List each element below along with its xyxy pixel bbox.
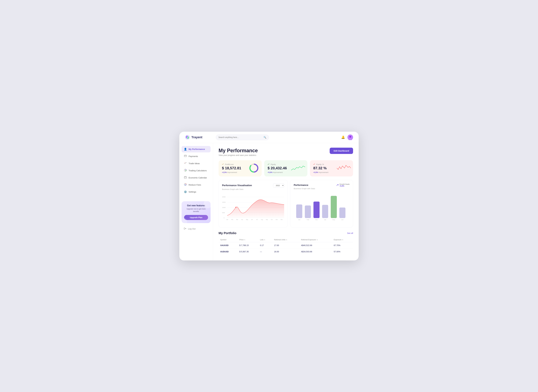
sidebar-label-reduce-fees: Reduce Fees [189, 184, 201, 186]
table-row: AUDUSD $ 5,567.35 — 16.00 A$34,503.66 57… [219, 248, 353, 255]
svg-text:Feb: Feb [307, 219, 309, 220]
search-bar: 🔍 [216, 135, 269, 140]
svg-text:0: 0 [224, 217, 224, 219]
svg-text:Apr: Apr [241, 219, 243, 220]
col-notional-units[interactable]: Notional Units⇅ [272, 237, 299, 242]
economic-calendar-icon [184, 176, 187, 179]
svg-text:15000: 15000 [222, 201, 226, 203]
portfolio-title: My Portfolio [219, 231, 236, 235]
content-area: My Performance View your progress and sa… [213, 143, 359, 261]
sidebar-label-trading-calculators: Trading Calculators [189, 169, 207, 172]
svg-point-10 [185, 163, 185, 163]
svg-text:Jan: Jan [298, 219, 300, 220]
sidebar: 👤 My Performance Payments [179, 143, 213, 261]
svg-text:May: May [246, 219, 248, 220]
bar-chart-card: Performance Growth Goals +6,9% Business … [290, 180, 353, 227]
col-notional-exposure[interactable]: Notional Exposure⇅ [299, 237, 332, 242]
svg-text:Jan: Jan [226, 219, 228, 220]
reduce-fees-icon [184, 183, 187, 187]
table-row: XAUUSD $ 7,788.15 0.17 17.00 A$40,522.66… [219, 242, 353, 248]
sidebar-item-reduce-fees[interactable]: Reduce Fees [181, 182, 211, 188]
sidebar-label-settings: Settings [189, 191, 196, 193]
svg-text:May: May [333, 219, 335, 220]
row2-lots: — [258, 248, 272, 255]
stat-card-equity: Equity $ 20,432.46 +5,6% Improvement [264, 160, 307, 177]
bar-chart-header: Performance Growth Goals +6,9% [294, 183, 350, 187]
sidebar-item-economic-calendar[interactable]: Economic Calendar [181, 174, 211, 181]
row2-exposure: 57.00% [332, 248, 353, 255]
upgrade-card: Get new features Upgrade now to get more… [181, 201, 211, 223]
sidebar-item-trading-calculators[interactable]: Trading Calculators [181, 167, 211, 174]
svg-point-31 [235, 207, 237, 208]
payments-icon [184, 155, 187, 158]
sidebar-item-settings[interactable]: ⚙️ Settings [181, 189, 211, 195]
search-icon: 🔍 [263, 136, 266, 139]
stat-card-equity-pct: Equity, % 87.32 % +3,5% Improvement [310, 160, 353, 177]
edit-dashboard-button[interactable]: Edit Dashboard [330, 148, 353, 154]
svg-text:Feb: Feb [231, 219, 233, 220]
search-input[interactable] [219, 136, 262, 138]
performance-visualisation-card: Performance Visualisation 2022 2021 2020… [219, 180, 288, 227]
row1-price: $ 7,788.15 [238, 242, 258, 248]
sidebar-item-trade-ideas[interactable]: Trade Ideas [181, 160, 211, 167]
notification-icon[interactable]: 🔔 [341, 135, 345, 139]
svg-point-5 [349, 136, 351, 138]
logout-icon [184, 227, 186, 230]
profit-loss-chart [248, 163, 259, 174]
app-name: Trayent [191, 135, 202, 139]
stat-card-profit-loss: Profit/Loss $ 18,572.81 +2,5% Improvemen… [219, 160, 262, 177]
row2-symbol: AUDUSD [219, 248, 238, 255]
sidebar-label-my-performance: My Performance [189, 148, 205, 150]
page-title: My Performance [219, 148, 258, 154]
col-price[interactable]: Price⇅ [238, 237, 258, 242]
sidebar-label-payments: Payments [189, 155, 198, 158]
svg-point-3 [187, 137, 188, 138]
row1-lots: 0.17 [258, 242, 272, 248]
logo-area: Trayent [185, 135, 213, 140]
top-right-actions: 🔔 [341, 135, 353, 140]
logout-item[interactable]: Log Out [181, 226, 211, 232]
svg-rect-49 [339, 207, 346, 218]
svg-text:Jul: Jul [256, 219, 258, 220]
sidebar-item-payments[interactable]: Payments [181, 153, 211, 159]
portfolio-header: My Portfolio See all [219, 231, 353, 235]
svg-text:10000: 10000 [222, 207, 226, 208]
svg-text:Aug: Aug [261, 219, 263, 220]
row2-notional-exposure: A$34,503.66 [299, 248, 332, 255]
avatar[interactable] [348, 135, 353, 140]
col-lots[interactable]: Lots⇅ [258, 237, 272, 242]
row1-notional-units: 17.00 [272, 242, 299, 248]
svg-text:Apr: Apr [324, 219, 326, 220]
charts-row: Performance Visualisation 2022 2021 2020… [219, 180, 353, 227]
logout-label: Log Out [188, 228, 195, 230]
app-container: Trayent 🔍 🔔 👤 My Performance [179, 132, 359, 261]
svg-rect-8 [184, 155, 186, 157]
trading-calculators-icon [184, 169, 187, 172]
bar-chart-subtitle: Business Graph with Stats [294, 187, 350, 190]
upgrade-subtitle: Upgrade now to get more benefits [184, 208, 208, 213]
year-select[interactable]: 2022 2021 2020 [273, 183, 284, 188]
upgrade-plan-button[interactable]: Upgrade Plan [184, 215, 208, 220]
growth-badge: Growth Goals +6,9% [336, 183, 350, 187]
svg-rect-12 [184, 177, 186, 178]
trade-ideas-icon [184, 162, 187, 165]
sidebar-item-my-performance[interactable]: 👤 My Performance [181, 146, 211, 152]
bar-chart-title: Performance [294, 184, 308, 187]
row1-exposure: 67.70% [332, 242, 353, 248]
col-exposure[interactable]: Exposure⇅ [332, 237, 353, 242]
row2-price: $ 5,567.35 [238, 248, 258, 255]
sidebar-label-economic-calendar: Economic Calendar [189, 177, 207, 179]
row1-symbol: XAUUSD [219, 242, 238, 248]
bar-chart-svg: Jan Feb Mar Apr May Jun [294, 192, 350, 223]
row2-notional-units: 16.00 [272, 248, 299, 255]
svg-text:Sep: Sep [266, 219, 268, 220]
svg-text:Dec: Dec [281, 219, 283, 220]
svg-rect-47 [322, 205, 328, 218]
svg-text:Jun: Jun [341, 219, 343, 220]
perf-vis-header: Performance Visualisation 2022 2021 2020 [222, 183, 284, 188]
svg-rect-44 [296, 205, 302, 218]
svg-text:20000: 20000 [222, 196, 226, 198]
page-title-block: My Performance View your progress and sa… [219, 148, 258, 156]
col-symbol: Symbol [219, 237, 238, 242]
see-all-link[interactable]: See all [347, 232, 353, 234]
